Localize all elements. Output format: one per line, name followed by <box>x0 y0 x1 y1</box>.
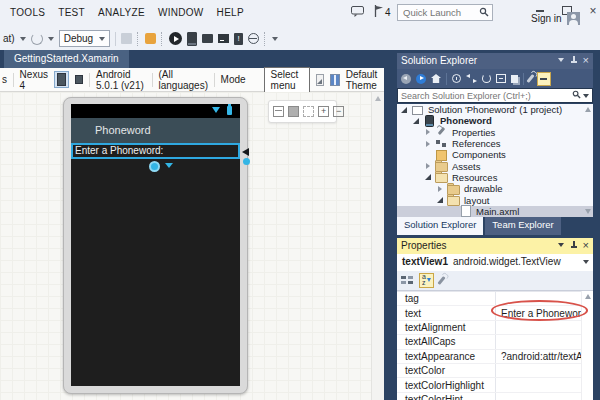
expander-expanded-icon[interactable] <box>400 105 410 115</box>
property-value[interactable] <box>496 321 582 334</box>
menu-tools[interactable]: TOOLS <box>10 7 45 18</box>
landscape-icon[interactable] <box>75 75 83 84</box>
refresh-icon[interactable] <box>31 33 43 45</box>
forward-icon[interactable] <box>416 74 426 84</box>
device-phone-icon[interactable] <box>187 32 197 46</box>
tree-item[interactable]: Components <box>397 149 593 160</box>
scroll-up-icon[interactable] <box>585 107 591 112</box>
selected-object-row[interactable]: textView1android.widget.TextView <box>397 254 593 271</box>
start-debug-icon[interactable] <box>169 32 182 45</box>
property-value[interactable] <box>496 335 582 348</box>
language-selector[interactable]: (All languages) <box>158 69 207 91</box>
solution-explorer-titlebar[interactable]: Solution Explorer × <box>397 53 593 69</box>
property-row[interactable]: textEnter a Phoneword: <box>397 306 582 320</box>
image-toggle-icon[interactable] <box>288 106 299 117</box>
tree-item[interactable]: Solution 'Phoneword' (1 project) <box>397 104 593 115</box>
canvas-scrollbar[interactable] <box>371 92 385 400</box>
property-row[interactable]: tag <box>397 292 582 306</box>
menu-test[interactable]: TEST <box>58 7 85 18</box>
edge-handle-icon[interactable] <box>243 158 250 165</box>
zoom-in-icon[interactable] <box>318 106 329 117</box>
tree-item[interactable]: drawable <box>397 183 593 194</box>
home-icon[interactable] <box>431 74 441 83</box>
property-row[interactable]: textColorHighlight <box>397 378 582 392</box>
expander-collapsed-icon[interactable] <box>424 139 434 149</box>
expander-expanded-icon[interactable] <box>424 172 434 182</box>
property-row[interactable]: textAppearance?android:attr/textAppeara <box>397 350 582 364</box>
resize-arrow-icon[interactable] <box>242 148 249 156</box>
menu-window[interactable]: WINDOW <box>158 7 204 18</box>
categorized-view-icon[interactable] <box>401 275 413 286</box>
back-icon[interactable] <box>401 74 411 84</box>
expander-collapsed-icon[interactable] <box>424 127 434 137</box>
pending-changes-icon[interactable] <box>452 74 461 83</box>
select-menu-dropdown[interactable]: Select menu <box>264 67 311 93</box>
chevron-down-icon[interactable] <box>165 163 173 168</box>
sign-in-link[interactable]: Sign in <box>531 13 562 24</box>
grid-toggle-icon[interactable] <box>273 106 284 117</box>
chevron-down-icon[interactable] <box>583 94 589 98</box>
android-version-selector[interactable]: Android 5.0.1 (v21) <box>96 69 146 91</box>
notifications-flag-icon[interactable] <box>374 5 384 19</box>
configuration-dropdown[interactable]: Debug <box>59 30 110 47</box>
tab-solution-explorer[interactable]: Solution Explorer <box>397 217 483 235</box>
attach-tool-icon[interactable] <box>145 33 156 44</box>
scroll-up-icon[interactable] <box>585 294 591 299</box>
platform-fragment[interactable]: at) <box>3 33 15 44</box>
theme-selector[interactable]: Default Theme <box>346 69 384 91</box>
expander-collapsed-icon[interactable] <box>436 184 446 194</box>
device-selector[interactable]: Nexus 4 <box>20 69 48 91</box>
console-icon[interactable] <box>218 34 229 43</box>
tree-item[interactable]: Phoneword <box>397 115 593 126</box>
tree-item[interactable]: Resources <box>397 172 593 183</box>
solution-search-input[interactable] <box>398 91 572 101</box>
chevron-down-icon[interactable] <box>583 260 589 264</box>
property-value[interactable]: Enter a Phoneword: <box>496 306 589 319</box>
collapse-all-icon[interactable] <box>496 74 506 83</box>
user-avatar-icon[interactable] <box>567 12 580 25</box>
solution-search-box[interactable] <box>397 88 593 103</box>
android-sdk-icon[interactable] <box>202 34 213 43</box>
property-row[interactable]: textColor <box>397 364 582 378</box>
property-value[interactable] <box>496 292 582 305</box>
tree-item[interactable]: layout <box>397 194 593 205</box>
grid-scrollbar[interactable] <box>581 291 593 400</box>
dock-corner-icon[interactable] <box>316 74 324 86</box>
close-icon[interactable]: × <box>586 4 600 17</box>
fit-selection-icon[interactable] <box>303 106 314 117</box>
window-menu-icon[interactable] <box>558 243 564 247</box>
quick-launch-input[interactable] <box>398 7 479 18</box>
property-value[interactable]: ?android:attr/textAppeara <box>496 350 593 363</box>
close-icon[interactable]: × <box>583 241 589 249</box>
expander-collapsed-icon[interactable] <box>424 161 434 171</box>
property-row[interactable]: textAllCaps <box>397 335 582 349</box>
drag-handle-icon[interactable] <box>149 161 160 172</box>
scroll-up-icon[interactable] <box>375 96 381 101</box>
device-log-icon[interactable]: ! <box>234 33 243 45</box>
tree-item[interactable]: Main.axml <box>397 206 593 217</box>
tree-item[interactable]: Properties <box>397 127 593 138</box>
property-value[interactable] <box>496 393 582 400</box>
tree-item[interactable]: Assets <box>397 160 593 171</box>
wrench-icon[interactable] <box>437 276 445 285</box>
mode-label[interactable]: Mode <box>221 74 246 85</box>
wrench-icon[interactable] <box>526 74 534 83</box>
property-row[interactable]: textColorHint <box>397 393 582 400</box>
tree-item[interactable]: References <box>397 138 593 149</box>
menu-help[interactable]: HELP <box>217 7 244 18</box>
scroll-down-icon[interactable] <box>585 209 591 214</box>
properties-page-icon[interactable] <box>511 75 518 83</box>
alphabetical-sort-icon[interactable] <box>419 273 434 288</box>
phone-screen[interactable]: Phoneword Enter a Phoneword: <box>71 104 240 386</box>
search-icon[interactable] <box>572 90 583 101</box>
pin-icon[interactable] <box>570 241 577 249</box>
portrait-toggle[interactable] <box>54 71 69 88</box>
property-value[interactable] <box>496 378 582 391</box>
zoom-out-icon[interactable] <box>333 106 344 117</box>
toolbar-overflow-icon[interactable] <box>272 37 278 41</box>
property-row[interactable]: textAlignment <box>397 321 582 335</box>
properties-titlebar[interactable]: Properties × <box>397 238 593 254</box>
close-icon[interactable]: × <box>583 56 589 64</box>
refresh-icon[interactable] <box>482 74 491 83</box>
property-value[interactable] <box>496 364 582 377</box>
